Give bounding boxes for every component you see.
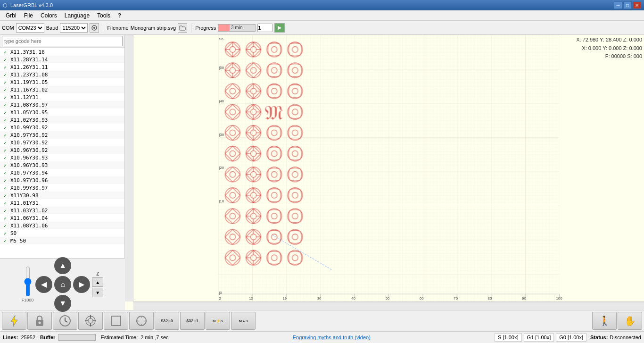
menu-language[interactable]: Language (61, 11, 93, 20)
gcode-line-text: X11.08Y30.97 (10, 102, 48, 108)
svg-marker-171 (11, 315, 17, 326)
lines-label: Lines: (3, 335, 18, 340)
s32-0-button[interactable]: $32=0 (155, 312, 179, 330)
gcode-check-icon: ✓ (2, 154, 8, 161)
com-select[interactable]: COM23 (16, 23, 44, 33)
coord-line1: X: 72.980 Y: 28.400 Z: 0.000 (576, 36, 642, 44)
open-file-button[interactable] (178, 23, 187, 33)
menubar: Grbl File Colors Language Tools ? (0, 10, 644, 21)
svg-text:70: 70 (454, 296, 458, 301)
gcode-check-icon: ✓ (2, 94, 8, 100)
gcode-check-icon: ✓ (2, 184, 8, 191)
gcode-line-text: X11.28Y31.14 (10, 57, 48, 63)
menu-tools[interactable]: Tools (93, 11, 114, 20)
gcode-check-icon: ✓ (2, 192, 8, 199)
svg-text:90: 90 (522, 296, 526, 301)
gcode-list[interactable]: ✓X11.3Y31.16✓X11.28Y31.14✓X11.26Y31.11✓X… (0, 48, 124, 293)
gcode-check-icon: ✓ (2, 79, 8, 85)
clock-button[interactable] (53, 312, 77, 330)
gcode-list-item: ✓X11.08Y31.06 (0, 222, 124, 229)
status-label: Status: (590, 335, 608, 340)
menu-help[interactable]: ? (114, 11, 125, 20)
svg-text:|20: |20 (219, 166, 224, 170)
ruler-vertical (125, 35, 133, 301)
gcode-line-text: X10.97Y30.92 (10, 132, 48, 138)
progress-track: 3 min (218, 24, 256, 32)
gcode-check-icon: ✓ (2, 109, 8, 116)
svg-text:|50: |50 (219, 66, 224, 70)
gcode-check-icon: ✓ (2, 237, 8, 244)
gcode-line-text: X11Y30.98 (10, 192, 39, 199)
gcode-check-icon: ✓ (2, 169, 8, 176)
svg-text:10: 10 (249, 296, 253, 301)
s32-1-button[interactable]: $32=1 (180, 312, 205, 330)
gcode-list-item: ✓X11Y30.98 (0, 192, 124, 199)
app-icon: ⬡ (3, 2, 8, 8)
svg-point-173 (39, 322, 41, 324)
lock-button[interactable] (27, 312, 52, 330)
progress-bar-container: 3 min ▶ (218, 23, 285, 33)
m3-button[interactable]: M▲3 (231, 312, 256, 330)
run-button[interactable]: ▶ (274, 23, 285, 33)
square-button[interactable] (104, 312, 128, 330)
time-value: 2 min ,7 sec (140, 335, 168, 340)
gcode-line-text: X11.06Y31.04 (10, 215, 48, 221)
gcode-input[interactable] (2, 36, 123, 46)
jog-right-button[interactable]: ▶ (73, 276, 90, 293)
status-metrics: S [1.00x] G1 [1.00x] G0 [1.00x] Status: … (495, 333, 641, 342)
menu-colors[interactable]: Colors (37, 11, 61, 20)
left-panel: ✓X11.3Y31.16✓X11.28Y31.14✓X11.26Y31.11✓X… (0, 35, 125, 310)
progress-step-input[interactable] (257, 24, 272, 32)
close-button[interactable]: ✕ (633, 1, 641, 9)
menu-file[interactable]: File (20, 11, 37, 20)
coord-line2: X: 0.000 Y: 0.000 Z: 0.000 (576, 44, 642, 53)
hand-button[interactable]: ✋ (618, 312, 642, 330)
statusbar: Lines: 25952 Buffer Estimated Time: 2 mi… (0, 331, 644, 343)
minimize-button[interactable]: ─ (614, 1, 622, 9)
flash-button[interactable] (2, 312, 26, 330)
jog-home-button[interactable]: ⌂ (54, 276, 71, 293)
z-down-button[interactable]: ▼ (92, 288, 103, 297)
z-label: Z (96, 271, 99, 276)
gcode-line-text: X11.19Y31.05 (10, 79, 48, 85)
baud-select[interactable]: 115200 (60, 23, 88, 33)
connect-button[interactable] (90, 23, 99, 33)
svg-text:𝔐: 𝔐 (265, 101, 283, 124)
bottom-toolbar: $32=0 $32=1 M⚡S M▲3 🚶 ✋ (0, 310, 644, 331)
buffer-bar (58, 334, 96, 341)
gcode-check-icon: ✓ (2, 132, 8, 138)
gcode-list-item: ✓M5 S0 (0, 237, 124, 244)
jog-down-button[interactable]: ▼ (54, 295, 71, 312)
m-s-button[interactable]: M⚡S (206, 312, 230, 330)
circle-button[interactable] (129, 312, 154, 330)
titlebar-left: ⬡ LaserGRBL v4.3.0 (3, 2, 53, 8)
gcode-list-item: ✓X11.08Y30.97 (0, 101, 124, 109)
svg-text:80: 80 (488, 296, 492, 301)
menu-grbl[interactable]: Grbl (2, 11, 20, 20)
buffer-label: Buffer (40, 335, 55, 340)
gcode-list-item: ✓X11.06Y31.04 (0, 214, 124, 222)
svg-text:30: 30 (317, 296, 322, 301)
center-text[interactable]: Engraving myths and truth (video) (293, 335, 371, 340)
time-label: Estimated Time: (100, 335, 138, 340)
gcode-check-icon: ✓ (2, 56, 8, 63)
z-up-button[interactable]: ▲ (92, 277, 103, 287)
gcode-list-item: ✓X11.12Y31 (0, 93, 124, 101)
gcode-check-icon: ✓ (2, 162, 8, 168)
gcode-list-item: ✓X11.16Y31.02 (0, 86, 124, 93)
gcode-list-item: ✓X11.03Y31.02 (0, 207, 124, 214)
gcode-line-text: X10.99Y30.92 (10, 125, 48, 131)
maximize-button[interactable]: □ (623, 1, 632, 9)
jog-left-button[interactable]: ◀ (35, 276, 52, 293)
gcode-list-item: ✓X10.96Y30.92 (0, 146, 124, 154)
gcode-check-icon: ✓ (2, 177, 8, 184)
jog-speed-slider[interactable] (25, 266, 31, 297)
svg-rect-5 (218, 35, 560, 301)
gcode-line-text: M5 S0 (10, 238, 26, 244)
target-button[interactable] (78, 312, 103, 330)
jog-up-button[interactable]: ▲ (54, 257, 71, 274)
gcode-check-icon: ✓ (2, 139, 8, 146)
gcode-list-item: ✓X11.3Y31.16 (0, 48, 124, 56)
progress-value: 3 min (218, 25, 255, 31)
walk-button[interactable]: 🚶 (592, 312, 617, 330)
